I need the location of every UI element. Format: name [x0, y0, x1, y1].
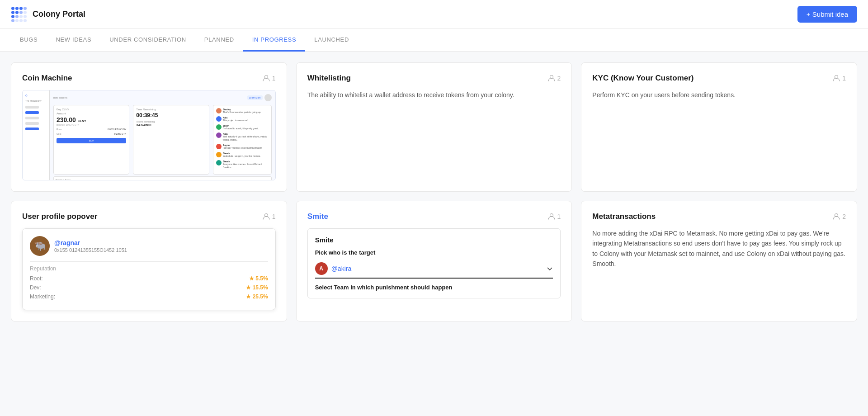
cm-price-label: Price [57, 128, 61, 131]
card-user-profile-title: User profile popover [22, 212, 97, 221]
card-coin-machine-header: Coin Machine 1 [22, 74, 276, 83]
pp-rep-label: Reputation [30, 265, 268, 272]
cm-amount-val: 230.00 CLNY [57, 116, 126, 123]
card-kyc-votes: 1 [833, 75, 846, 82]
card-metatransactions: Metatransactions 2 No more adding the xD… [581, 201, 857, 321]
cm-amount-label: Amount [57, 112, 126, 115]
card-smite-title: Smite [307, 212, 328, 221]
smite-target-label: Pick who is the target [315, 249, 553, 256]
smite-user-avatar: A [315, 262, 328, 275]
coin-machine-image: ⬡ The Metacolony Buy Tokens Learn More [22, 90, 276, 180]
nav-tabs: BUGS NEW IDEAS UNDER CONSIDERATION PLANN… [0, 29, 868, 52]
pp-rep-dev-key: Dev: [30, 284, 41, 291]
card-coin-machine-votes: 1 [263, 75, 276, 82]
smite-user-select[interactable]: A @akira [315, 260, 553, 279]
profile-popover-image: 🐃 @ragnar 0x155 01241355155O1452 1051 Re… [22, 228, 276, 310]
logo-icon [11, 6, 27, 23]
card-whitelisting-header: Whitelisting 2 [307, 74, 561, 83]
tab-launched[interactable]: LAUNCHED [305, 29, 358, 52]
pp-rep-root-val: ★ 5.5% [249, 275, 268, 282]
app-title: Colony Portal [33, 9, 85, 19]
card-whitelisting-title: Whitelisting [307, 74, 351, 83]
main-content: Coin Machine 1 ⬡ The Metacolony [0, 52, 868, 416]
header-left: Colony Portal [11, 6, 85, 23]
tab-in-progress[interactable]: IN PROGRESS [243, 29, 305, 52]
card-kyc-title: KYC (Know Your Customer) [592, 74, 693, 83]
card-user-profile-header: User profile popover 1 [22, 212, 276, 221]
pp-rep-marketing-val: ★ 25.5% [246, 293, 268, 300]
pp-rep-marketing-key: Marketing: [30, 293, 55, 300]
smite-content: Smite Pick who is the target A @akira Se… [307, 228, 561, 298]
card-metatransactions-title: Metatransactions [592, 212, 656, 221]
cm-learn-more: Learn More [247, 95, 263, 100]
cm-price-val: 0.0010 ETH/CLNY [108, 128, 126, 131]
person-icon [548, 75, 555, 82]
person-icon [833, 75, 840, 82]
card-metatransactions-header: Metatransactions 2 [592, 212, 846, 221]
tab-under-consideration[interactable]: UNDER CONSIDERATION [100, 29, 195, 52]
card-metatransactions-desc: No more adding the xDai RPC to Metamask.… [592, 228, 846, 269]
pp-divider [30, 261, 268, 262]
cm-timer: 00:39:45 [136, 112, 206, 118]
person-icon [263, 75, 270, 82]
cm-buy-button[interactable]: Buy [57, 138, 126, 143]
smite-selected-user: @akira [331, 265, 352, 272]
tab-new-ideas[interactable]: NEW IDEAS [47, 29, 100, 52]
cm-cost-val: 0.2300 ETH [114, 132, 127, 135]
smite-inner-title: Smite [315, 236, 553, 244]
cm-tokens-val: 347/4500 [136, 123, 206, 127]
cm-buy-tokens-label: Buy Tokens [53, 96, 245, 99]
card-kyc: KYC (Know Your Customer) 1 Perform KYC o… [581, 62, 857, 192]
card-metatransactions-votes: 2 [833, 213, 846, 220]
cm-balance: Balance: 100,279 ETH [57, 123, 126, 126]
pp-user-row: 🐃 @ragnar 0x155 01241355155O1452 1051 [30, 236, 268, 256]
pp-rep-dev-row: Dev: ★ 15.5% [30, 284, 268, 291]
pp-rep-marketing-row: Marketing: ★ 25.5% [30, 293, 268, 300]
person-icon [833, 213, 840, 220]
smite-team-label: Select Team in which punishment should h… [315, 284, 553, 291]
pp-username: @ragnar [54, 239, 127, 246]
smite-select-left: A @akira [315, 262, 352, 275]
person-icon [548, 213, 555, 220]
card-whitelisting-votes: 2 [548, 75, 561, 82]
card-coin-machine-title: Coin Machine [22, 74, 72, 83]
chevron-down-icon [547, 265, 553, 272]
pp-avatar: 🐃 [30, 236, 50, 256]
card-coin-machine: Coin Machine 1 ⬡ The Metacolony [11, 62, 287, 192]
card-smite-header: Smite 1 [307, 212, 561, 221]
card-smite-votes: 1 [548, 213, 561, 220]
card-smite: Smite 1 Smite Pick who is the target A @… [296, 201, 572, 321]
person-icon [263, 213, 270, 220]
card-user-profile-popover: User profile popover 1 🐃 @ragnar 0x155 0… [11, 201, 287, 321]
cm-time-remaining-label: Time Remaining [136, 108, 206, 111]
card-kyc-desc: Perform KYC on your users before sending… [592, 90, 846, 100]
pp-rep-root-row: Root: ★ 5.5% [30, 275, 268, 282]
tab-planned[interactable]: PLANNED [195, 29, 243, 52]
cm-metacolony-label: The Metacolony [25, 99, 47, 102]
pp-address: 0x155 01241355155O1452 1051 [54, 247, 127, 253]
card-kyc-header: KYC (Know Your Customer) 1 [592, 74, 846, 83]
cards-grid: Coin Machine 1 ⬡ The Metacolony [11, 62, 857, 321]
submit-idea-button[interactable]: + Submit idea [797, 6, 857, 23]
card-whitelisting-desc: The ability to whitelist a wallet addres… [307, 90, 561, 100]
tab-bugs[interactable]: BUGS [11, 29, 47, 52]
cm-cost-label: Cost [57, 132, 61, 135]
cm-prev-sales: Previous Sales [56, 179, 269, 180]
pp-rep-dev-val: ★ 15.5% [246, 284, 268, 291]
card-whitelisting: Whitelisting 2 The ability to whitelist … [296, 62, 572, 192]
pp-rep-root-key: Root: [30, 275, 43, 282]
smite-inner: Smite Pick who is the target A @akira Se… [307, 228, 561, 298]
app-header: Colony Portal + Submit idea [0, 0, 868, 29]
cm-buy-clny-label: Buy CLNY [57, 108, 126, 111]
card-user-profile-votes: 1 [263, 213, 276, 220]
